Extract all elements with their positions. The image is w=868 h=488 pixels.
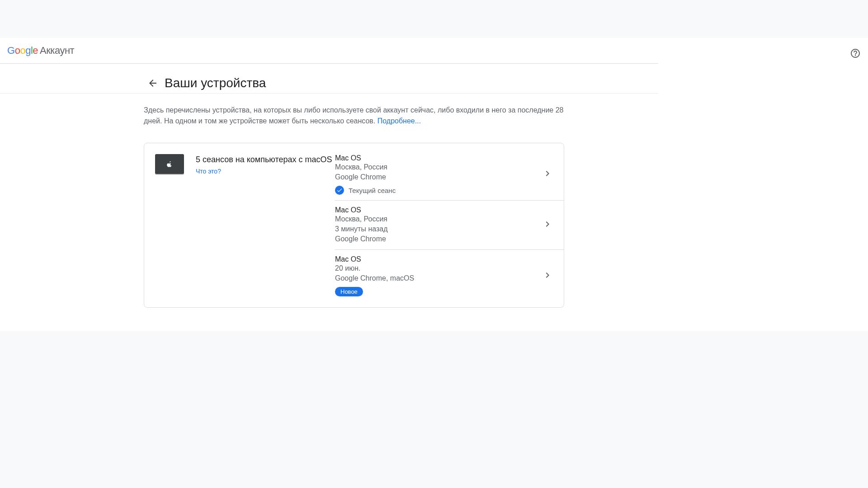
- session-time: 20 июн.: [335, 263, 414, 273]
- devices-card: 5 сеансов на компьютерах с macOS Что это…: [144, 143, 564, 308]
- session-location: Москва, Россия: [335, 214, 388, 224]
- session-row[interactable]: Mac OS Москва, Россия 3 минуты назад Goo…: [335, 201, 564, 250]
- session-app: Google Chrome: [335, 172, 396, 182]
- product-name: Аккаунт: [40, 45, 74, 56]
- sessions-list: Mac OS Москва, Россия Google Chrome Теку…: [335, 154, 564, 296]
- device-thumbnail: [155, 154, 184, 174]
- check-circle-icon: [335, 186, 344, 195]
- description-text: Здесь перечислены устройства, на которых…: [144, 106, 563, 125]
- current-session-label: Текущий сеанс: [349, 187, 396, 194]
- content: Здесь перечислены устройства, на которых…: [144, 98, 564, 308]
- topbar-divider: [0, 63, 658, 64]
- chevron-right-icon: [542, 168, 553, 181]
- session-location: Москва, Россия: [335, 162, 396, 172]
- session-row[interactable]: Mac OS Москва, Россия Google Chrome Теку…: [335, 154, 564, 201]
- page-title: Ваши устройства: [165, 76, 266, 90]
- logo-letter: G: [7, 45, 15, 56]
- session-os: Mac OS: [335, 255, 414, 263]
- session-os: Mac OS: [335, 206, 388, 214]
- card-left: 5 сеансов на компьютерах с macOS Что это…: [155, 154, 335, 296]
- title-divider: [0, 93, 658, 94]
- titlebar: Ваши устройства: [0, 63, 658, 98]
- chevron-right-icon: [542, 270, 553, 282]
- what-is-this-link[interactable]: Что это?: [196, 168, 221, 175]
- new-badge: Новое: [335, 287, 363, 296]
- google-logo: Google Аккаунт: [7, 45, 74, 56]
- topbar: Google Аккаунт: [0, 38, 658, 63]
- arrow-left-icon: [147, 78, 158, 89]
- logo-letter: o: [20, 45, 25, 56]
- session-app: Google Chrome, macOS: [335, 273, 414, 283]
- app-frame: Google Аккаунт Ваши устройства Здесь пер…: [0, 38, 658, 331]
- session-time: 3 минуты назад: [335, 224, 388, 234]
- chevron-right-icon: [542, 219, 553, 231]
- learn-more-link[interactable]: Подробнее...: [377, 117, 421, 125]
- logo-letter: o: [15, 45, 20, 56]
- session-os: Mac OS: [335, 154, 396, 162]
- logo-letter: e: [33, 45, 38, 56]
- back-button[interactable]: [144, 74, 162, 92]
- page-description: Здесь перечислены устройства, на которых…: [144, 105, 564, 127]
- help-icon: [850, 48, 861, 59]
- session-app: Google Chrome: [335, 234, 388, 244]
- session-row[interactable]: Mac OS 20 июн. Google Chrome, macOS Ново…: [335, 250, 564, 296]
- apple-icon: [166, 160, 173, 168]
- help-button[interactable]: [846, 44, 864, 62]
- current-session-badge: Текущий сеанс: [335, 186, 396, 195]
- logo-letter: g: [25, 45, 31, 56]
- card-title: 5 сеансов на компьютерах с macOS: [196, 154, 332, 165]
